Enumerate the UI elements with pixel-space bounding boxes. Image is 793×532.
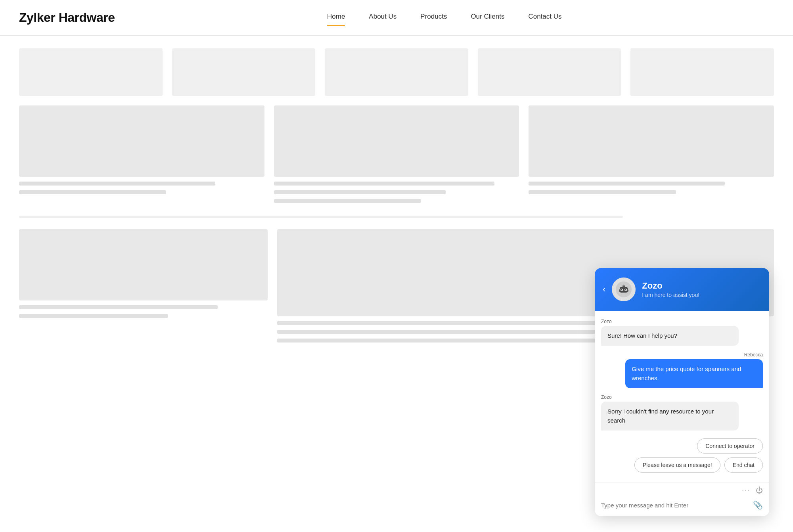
nav-links: Home About Us Products Our Clients Conta… <box>327 13 562 23</box>
skeleton-card <box>325 48 468 96</box>
chat-bubble-bot: Sure! How can I help you? <box>601 326 739 346</box>
skeleton-row-1 <box>19 48 774 96</box>
skeleton-line <box>19 305 218 309</box>
svg-rect-7 <box>627 289 628 292</box>
skeleton-image <box>19 105 264 177</box>
skeleton-line <box>277 330 625 334</box>
skeleton-line <box>529 182 725 186</box>
skeleton-image <box>19 229 268 300</box>
chat-header: ‹ Zozo I am here to assist you! <box>595 268 769 311</box>
skeleton-image <box>529 105 774 177</box>
chat-bot-status: I am here to assist you! <box>642 292 699 298</box>
skeleton-col <box>529 105 774 203</box>
chat-sender-label: Rebecca <box>744 352 763 358</box>
chat-message-group-user: Rebecca Give me the price quote for span… <box>601 352 763 368</box>
chat-bot-name: Zozo <box>642 281 699 291</box>
svg-point-4 <box>621 289 623 290</box>
nav-home[interactable]: Home <box>327 13 345 23</box>
chat-header-info: Zozo I am here to assist you! <box>642 281 699 298</box>
chat-back-button[interactable]: ‹ <box>603 284 605 295</box>
skeleton-divider <box>19 216 623 218</box>
skeleton-line <box>19 190 166 194</box>
nav-about[interactable]: About Us <box>369 13 396 23</box>
navbar: Zylker Hardware Home About Us Products O… <box>0 0 793 36</box>
skeleton-col <box>19 105 264 203</box>
nav-products[interactable]: Products <box>420 13 447 23</box>
nav-clients[interactable]: Our Clients <box>471 13 504 23</box>
svg-point-9 <box>623 285 624 286</box>
skeleton-section-2 <box>19 105 774 203</box>
skeleton-line <box>274 182 495 186</box>
chat-body: Zozo Sure! How can I help you? Rebecca G… <box>595 311 769 368</box>
skeleton-line <box>529 190 676 194</box>
chat-bubble-user: Give me the price quote for spanners and… <box>625 359 763 368</box>
skeleton-card <box>478 48 621 96</box>
chat-widget: ‹ Zozo I am here to assist you! Zozo <box>595 268 769 368</box>
chat-sender-label: Zozo <box>601 319 763 324</box>
skeleton-image <box>274 105 519 177</box>
nav-contact[interactable]: Contact Us <box>528 13 561 23</box>
svg-rect-6 <box>619 289 621 292</box>
svg-point-5 <box>625 289 626 290</box>
skeleton-col <box>19 229 268 343</box>
skeleton-line <box>19 314 168 318</box>
skeleton-card <box>19 48 163 96</box>
skeleton-col <box>274 105 519 203</box>
site-logo: Zylker Hardware <box>19 10 115 25</box>
skeleton-line <box>19 182 215 186</box>
chat-message-group-bot1: Zozo Sure! How can I help you? <box>601 319 763 346</box>
skeleton-line <box>274 190 446 194</box>
skeleton-card <box>172 48 316 96</box>
chat-avatar <box>612 277 636 301</box>
skeleton-line <box>274 199 421 203</box>
skeleton-card <box>630 48 774 96</box>
